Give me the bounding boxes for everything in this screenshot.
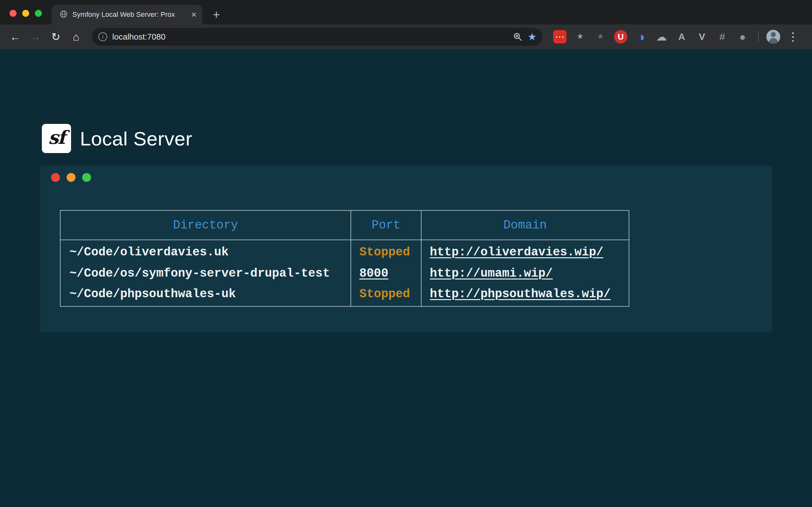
forward-button[interactable]: → xyxy=(27,28,44,46)
new-tab-button[interactable]: + xyxy=(210,8,223,21)
tab-strip: Symfony Local Web Server: Prox × + xyxy=(0,0,812,24)
terminal-red-dot xyxy=(51,173,60,182)
back-button[interactable]: ← xyxy=(6,28,24,46)
terminal-window-dots xyxy=(40,166,772,182)
table-row: ~/Code/os/symfony-server-drupal-test 800… xyxy=(60,262,629,284)
port-link[interactable]: 8000 xyxy=(359,267,388,280)
globe-favicon-icon xyxy=(59,10,68,20)
window-controls xyxy=(9,10,42,17)
server-table: Directory Port Domain ~/Code/oliverdavie… xyxy=(60,210,629,307)
browser-menu-icon[interactable]: ⋮ xyxy=(786,30,799,43)
terminal-orange-dot xyxy=(67,173,75,182)
site-info-icon[interactable]: i xyxy=(98,32,107,41)
letter-v-icon[interactable]: V xyxy=(695,30,709,43)
page-content: sf Local Server Directory Port Domain xyxy=(0,49,812,507)
blue-circle-icon[interactable]: ◑ xyxy=(635,30,648,43)
domain-link[interactable]: http://umami.wip/ xyxy=(430,267,553,280)
tab-close-icon[interactable]: × xyxy=(191,10,197,19)
toolbar-separator xyxy=(758,32,759,42)
zoom-icon[interactable] xyxy=(513,32,522,42)
window-close-button[interactable] xyxy=(9,10,16,17)
table-row: ~/Code/oliverdavies.uk Stopped http://ol… xyxy=(60,240,629,262)
terminal-green-dot xyxy=(82,173,91,182)
browser-tab[interactable]: Symfony Local Web Server: Prox × xyxy=(52,5,202,24)
terminal-card: Directory Port Domain ~/Code/oliverdavie… xyxy=(40,166,772,332)
directory-cell: ~/Code/os/symfony-server-drupal-test xyxy=(60,262,351,284)
port-status: Stopped xyxy=(359,287,410,301)
password-manager-icon[interactable]: ⋯ xyxy=(553,30,566,43)
port-status: Stopped xyxy=(359,245,410,259)
domain-link[interactable]: http://phpsouthwales.wip/ xyxy=(430,287,611,301)
page-title: Local Server xyxy=(80,127,192,150)
extensions-bar: ⋯ * * U ◑ ☁ A V # ● xyxy=(553,30,749,43)
address-bar[interactable]: i localhost:7080 ★ xyxy=(92,28,542,46)
cloud-icon[interactable]: ☁ xyxy=(655,30,668,43)
window-minimize-button[interactable] xyxy=(22,10,29,17)
browser-window: Symfony Local Web Server: Prox × + ← → ↻… xyxy=(0,0,812,507)
home-button[interactable]: ⌂ xyxy=(67,28,85,46)
column-header-domain: Domain xyxy=(421,210,629,240)
dark-gear-icon[interactable]: * xyxy=(594,30,607,43)
symfony-logo-glyph: sf xyxy=(48,127,65,148)
domain-link[interactable]: http://oliverdavies.wip/ xyxy=(430,245,603,259)
brand-header: sf Local Server xyxy=(42,124,192,153)
gear-icon[interactable]: * xyxy=(573,30,587,43)
column-header-directory: Directory xyxy=(60,210,351,240)
bookmark-star-icon[interactable]: ★ xyxy=(527,32,537,42)
profile-avatar[interactable] xyxy=(766,30,780,44)
octocat-icon[interactable]: ● xyxy=(736,30,749,43)
directory-cell: ~/Code/phpsouthwales-uk xyxy=(60,284,351,306)
url-text: localhost:7080 xyxy=(112,32,509,42)
symfony-logo-icon: sf xyxy=(42,124,71,153)
table-row: ~/Code/phpsouthwales-uk Stopped http://p… xyxy=(60,284,629,306)
grid-icon[interactable]: # xyxy=(716,30,729,43)
letter-a-icon[interactable]: A xyxy=(675,30,688,43)
column-header-port: Port xyxy=(351,210,421,240)
reload-button[interactable]: ↻ xyxy=(47,28,65,46)
tab-title: Symfony Local Web Server: Prox xyxy=(72,10,187,19)
ublock-icon[interactable]: U xyxy=(614,30,627,43)
browser-toolbar: ← → ↻ ⌂ i localhost:7080 ★ ⋯ * * U ◑ ☁ xyxy=(0,24,812,49)
window-zoom-button[interactable] xyxy=(35,10,42,17)
directory-cell: ~/Code/oliverdavies.uk xyxy=(60,240,351,262)
table-header-row: Directory Port Domain xyxy=(60,210,629,240)
